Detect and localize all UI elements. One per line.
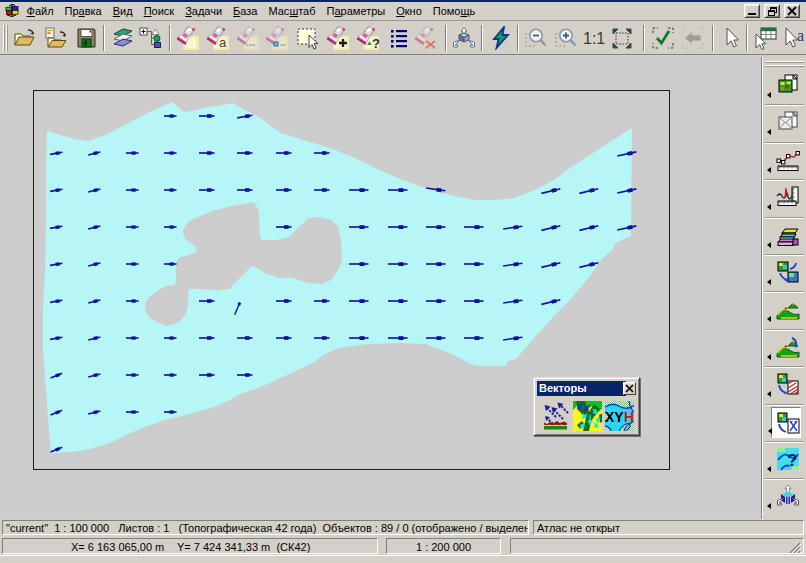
svg-text:XY: XY [605, 409, 624, 425]
svg-text:1:1: 1:1 [583, 30, 605, 47]
svg-text:?: ? [787, 451, 797, 470]
svg-text:?: ? [372, 36, 380, 50]
svg-text:H: H [624, 409, 634, 425]
svg-text:a: a [219, 35, 227, 50]
svg-text:...: ... [246, 36, 255, 48]
svg-text:..: .. [280, 37, 286, 48]
svg-text:a: a [797, 27, 804, 44]
